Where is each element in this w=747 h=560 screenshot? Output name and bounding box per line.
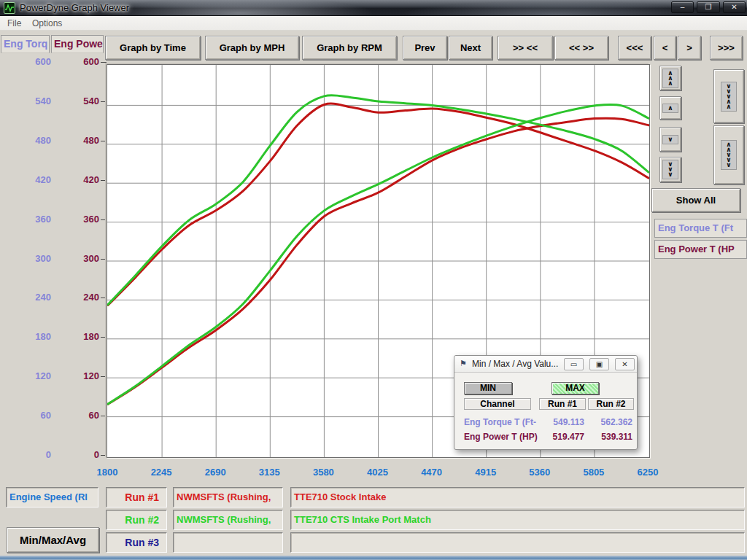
power-y-tick-label: 180 [63,331,99,343]
prev-button[interactable]: Prev [403,36,447,60]
window-bottom-border [0,556,747,560]
power-y-tick-label: 300 [63,253,99,265]
chevron-icon: ∨∨∨ [662,160,678,179]
run-source-field[interactable] [173,532,283,553]
y-axis-tick [101,141,107,141]
torque-channel-label[interactable]: Eng Torque T (Ft [654,219,747,238]
x-channel-field[interactable]: Engine Speed (Rl [6,487,98,508]
power-channel-label[interactable]: Eng Power T (HP [654,240,747,259]
run-description-field[interactable]: TTE710 Stock Intake [290,487,745,508]
run-source-field[interactable]: NWMSFTS (Rushing, [173,487,283,508]
power-y-tick-label: 600 [63,56,99,68]
y-axis-tick [101,337,107,338]
close-button[interactable]: ✕ [723,1,746,13]
main-content: Eng Torq Eng Powe Graph by TimeGraph by … [0,31,747,556]
minmaxavg-button[interactable]: Min/Max/Avg [7,527,99,553]
power-y-tick-label: 540 [63,96,99,107]
run-label-box[interactable]: Run #1 [106,487,167,508]
scroll-up-button[interactable]: ∧ [659,96,681,120]
minmax-close-button[interactable]: ✕ [615,358,635,370]
scroll-far-left-button[interactable]: <<< [618,36,651,60]
run-description-text: TTE710 Stock Intake [291,488,744,507]
minmax-window-icon: ⚑ [460,359,467,368]
x-tick-label: 2245 [139,467,183,478]
power-axis-label: Eng Powe [54,38,103,50]
x-tick-label: 4470 [410,467,454,478]
y-axis-tick [101,180,107,181]
run-description-field[interactable] [290,532,745,553]
scroll-down-fast-button[interactable]: ∨∨∨ [659,157,681,182]
power-y-tick-label: 0 [63,449,99,461]
torque-axis-label: Eng Torq [4,38,47,50]
run-label-box[interactable]: Run #3 [106,532,167,553]
y-axis-tick [101,416,107,416]
run1-column-header[interactable]: Run #1 [539,398,586,410]
power-y-tick-label: 360 [63,214,99,225]
restore-button[interactable]: ❐ [697,1,720,13]
scroll-right-button[interactable]: > [678,36,701,60]
power-y-tick-label: 60 [63,410,99,421]
scroll-up-fast-button[interactable]: ∧∧∧ [659,66,681,90]
x-tick-label: 4025 [356,467,400,478]
graph-by-mph-button[interactable]: Graph by MPH [205,36,299,60]
minmax-maximize-button[interactable]: ▣ [589,358,609,370]
torque-y-tick-label: 240 [15,292,51,303]
torque-y-tick-label: 540 [15,96,51,107]
run-description-field[interactable]: TTE710 CTS Intake Port Match [290,510,745,530]
minimize-button[interactable]: – [671,1,694,13]
x-tick-label: 6250 [626,467,670,478]
torque-channel-text: Eng Torque T (Ft [658,222,733,233]
expand-range-button[interactable]: ∧∧∨∨∨ [713,125,744,184]
graph-by-rpm-button[interactable]: Graph by RPM [302,36,397,60]
minmax-title-bar[interactable]: ⚑ Min / Max / Avg Valu... ▭ ▣ ✕ [454,356,637,373]
torque-y-tick-label: 180 [15,331,51,343]
max-mode-button[interactable]: MAX [551,382,599,394]
app-icon [4,2,15,14]
torque-axis-tab[interactable]: Eng Torq [1,35,50,53]
torque-y-tick-label: 600 [15,56,51,68]
channel-column-header[interactable]: Channel [464,398,531,410]
torque-y-tick-label: 480 [15,135,51,147]
run2-column-header[interactable]: Run #2 [588,398,634,410]
run-label-box[interactable]: Run #2 [106,510,167,530]
scroll-down-button[interactable]: ∨ [659,127,681,152]
collapse-range-button[interactable]: ∨∨∨∧∧ [713,69,744,123]
minmax-minimize-button[interactable]: ▭ [564,358,584,370]
run-source-text: NWMSFTS (Rushing, [174,510,282,529]
y-axis-tick [101,219,107,220]
x-tick-label: 2690 [193,467,237,478]
zoom-in-buttons[interactable]: >> << [498,36,553,60]
title-bar[interactable]: PowerDyne Graph Viewer – ❐ ✕ [0,0,747,16]
y-axis-tick [101,455,107,456]
power-axis-tab[interactable]: Eng Powe [51,35,104,53]
x-tick-label: 1800 [85,467,129,478]
zoom-out-buttons[interactable]: << >> [554,36,608,60]
min-mode-button[interactable]: MIN [464,382,512,394]
chevron-icon: ∧ [662,104,678,113]
menu-options[interactable]: Options [28,16,66,31]
show-all-button[interactable]: Show All [651,188,740,212]
power-y-tick-label: 420 [63,174,99,186]
power-y-tick-label: 240 [63,292,99,303]
y-axis-tick [101,62,107,63]
scroll-far-right-button[interactable]: >>> [710,36,743,60]
chevron-icon: ∨ [662,135,678,144]
run-label: Run #3 [107,533,163,552]
power-y-tick-label: 480 [63,135,99,147]
run-source-field[interactable]: NWMSFTS (Rushing, [173,510,283,530]
torque-y-tick-label: 360 [15,214,51,225]
torque-y-tick-label: 120 [15,370,51,382]
powerdyne-window: PowerDyne Graph Viewer – ❐ ✕ File Option… [0,0,747,560]
x-tick-label: 3580 [301,467,345,478]
next-button[interactable]: Next [449,36,492,60]
torque-y-tick-label: 60 [15,410,51,421]
scroll-left-button[interactable]: < [654,36,676,60]
chevron-icon: ∧∧∧ [662,69,678,88]
run-label: Run #1 [107,488,163,507]
menu-bar: File Options [0,16,747,31]
menu-file[interactable]: File [3,16,26,31]
x-tick-label: 3135 [247,467,291,478]
torque-y-tick-label: 0 [15,449,51,461]
y-axis-tick [101,298,107,298]
graph-by-time-button[interactable]: Graph by Time [105,36,201,60]
